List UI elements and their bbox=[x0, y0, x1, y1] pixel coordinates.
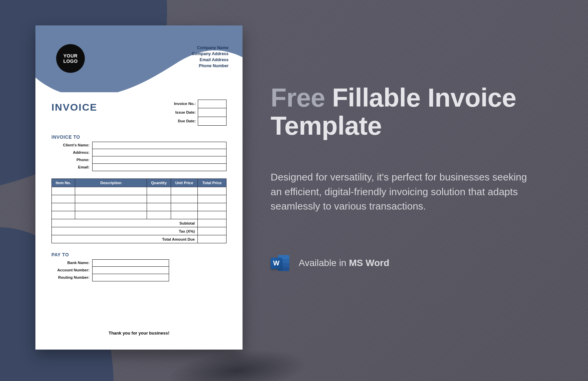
table-row[interactable] bbox=[52, 203, 227, 211]
logo-placeholder: YOUR LOGO bbox=[56, 44, 85, 73]
kv-bank-name: Bank Name: bbox=[51, 259, 227, 267]
headline: Free Fillable Invoice Template bbox=[271, 84, 545, 140]
col-description: Description bbox=[75, 179, 147, 187]
label-total-due: Total Amount Due bbox=[52, 235, 198, 243]
field-total-due[interactable] bbox=[198, 235, 227, 243]
col-total-price: Total Price bbox=[198, 179, 227, 187]
field-client-email[interactable] bbox=[92, 164, 227, 171]
invoice-top-row: INVOICE Invoice No.: Issue Date: Due Dat… bbox=[51, 98, 227, 126]
invoice-meta: Invoice No.: Issue Date: Due Date: bbox=[168, 100, 227, 126]
company-info: Company Name Company Address Email Addre… bbox=[192, 45, 229, 69]
availability-prefix: Available in bbox=[299, 258, 349, 268]
label-invoice-no: Invoice No.: bbox=[168, 100, 198, 108]
row-tax: Tax (X%) bbox=[52, 227, 227, 235]
availability-row: W Available in MS Word bbox=[271, 254, 545, 272]
description: Designed for versatility, it's perfect f… bbox=[271, 170, 538, 214]
field-client-phone[interactable] bbox=[92, 156, 227, 164]
kv-email: Email: bbox=[51, 164, 227, 171]
label-client-email: Email: bbox=[51, 164, 92, 171]
col-unit-price: Unit Price bbox=[171, 179, 198, 187]
field-invoice-no[interactable] bbox=[198, 100, 227, 108]
label-client-name: Client's Name: bbox=[51, 142, 92, 149]
company-address: Company Address bbox=[192, 51, 229, 57]
table-row[interactable] bbox=[52, 187, 227, 195]
field-tax[interactable] bbox=[198, 227, 227, 235]
items-table-head: Item No. Description Quantity Unit Price… bbox=[52, 179, 227, 187]
invoice-body: INVOICE Invoice No.: Issue Date: Due Dat… bbox=[35, 92, 243, 281]
headline-free: Free bbox=[271, 83, 325, 112]
col-item-no: Item No. bbox=[52, 179, 75, 187]
kv-address: Address: bbox=[51, 149, 227, 156]
footer-thank-you: Thank you for your business! bbox=[35, 331, 243, 336]
company-email: Email Address bbox=[192, 57, 229, 63]
section-pay-to: PAY TO bbox=[51, 252, 227, 257]
section-invoice-to: INVOICE TO bbox=[51, 134, 227, 140]
table-row[interactable] bbox=[52, 195, 227, 203]
meta-row-issue-date: Issue Date: bbox=[168, 108, 227, 117]
row-subtotal: Subtotal bbox=[52, 219, 227, 227]
field-subtotal[interactable] bbox=[198, 219, 227, 227]
field-account-number[interactable] bbox=[92, 267, 169, 274]
meta-row-due-date: Due Date: bbox=[168, 117, 227, 126]
invoice-title: INVOICE bbox=[51, 102, 97, 113]
field-due-date[interactable] bbox=[198, 117, 227, 126]
field-issue-date[interactable] bbox=[198, 108, 227, 117]
meta-row-invoice-no: Invoice No.: bbox=[168, 100, 227, 108]
field-client-name[interactable] bbox=[92, 142, 227, 149]
promo-canvas: Free Fillable Invoice Template Designed … bbox=[0, 0, 588, 381]
kv-routing-number: Routing Number: bbox=[51, 274, 227, 281]
kv-account-number: Account Number: bbox=[51, 267, 227, 274]
items-table: Item No. Description Quantity Unit Price… bbox=[51, 178, 227, 243]
label-subtotal: Subtotal bbox=[52, 219, 198, 227]
label-client-address: Address: bbox=[51, 149, 92, 156]
col-quantity: Quantity bbox=[147, 179, 171, 187]
label-bank-name: Bank Name: bbox=[51, 259, 92, 267]
label-issue-date: Issue Date: bbox=[168, 108, 198, 117]
field-client-address[interactable] bbox=[92, 149, 227, 156]
field-routing-number[interactable] bbox=[92, 274, 169, 281]
availability-text: Available in MS Word bbox=[299, 258, 389, 268]
marketing-block: Free Fillable Invoice Template Designed … bbox=[271, 84, 545, 272]
logo-text: YOUR LOGO bbox=[56, 53, 85, 64]
invoice-preview: YOUR LOGO Company Name Company Address E… bbox=[35, 25, 243, 350]
field-bank-name[interactable] bbox=[92, 259, 169, 267]
company-phone: Phone Number bbox=[192, 63, 229, 69]
label-client-phone: Phone: bbox=[51, 156, 92, 164]
availability-product: MS Word bbox=[349, 258, 389, 268]
kv-client-name: Client's Name: bbox=[51, 142, 227, 149]
label-account-number: Account Number: bbox=[51, 267, 92, 274]
label-routing-number: Routing Number: bbox=[51, 274, 92, 281]
items-table-body: Subtotal Tax (X%) Total Amount Due bbox=[52, 187, 227, 243]
ms-word-icon: W bbox=[271, 254, 289, 272]
label-tax: Tax (X%) bbox=[52, 227, 198, 235]
word-icon-tile: W bbox=[271, 258, 282, 269]
invoice-header: YOUR LOGO Company Name Company Address E… bbox=[35, 25, 243, 92]
label-due-date: Due Date: bbox=[168, 117, 198, 126]
row-total-due: Total Amount Due bbox=[52, 235, 227, 243]
table-row[interactable] bbox=[52, 211, 227, 219]
company-name: Company Name bbox=[192, 45, 229, 51]
kv-phone: Phone: bbox=[51, 156, 227, 164]
pay-to-section: PAY TO Bank Name: Account Number: Routin… bbox=[51, 252, 227, 281]
